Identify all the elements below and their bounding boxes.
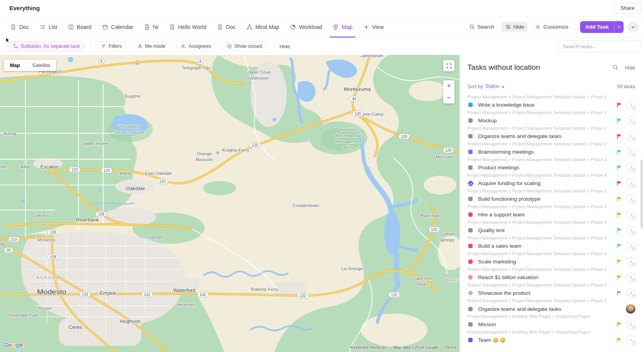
task-title[interactable]: Quality test <box>478 227 505 233</box>
share-button[interactable]: Share <box>614 3 641 14</box>
task-row-product-meetings[interactable]: Project Management > Project Management … <box>468 156 635 171</box>
customize-button[interactable]: Customize <box>531 22 572 32</box>
tab-add-view[interactable]: View <box>363 16 384 37</box>
map-type-map-button[interactable]: Map <box>4 60 26 71</box>
map-canvas[interactable]: JamestownTelegraph CityCopper Cove Subdi… <box>0 55 460 352</box>
add-assignee-button[interactable]: + <box>626 194 635 203</box>
task-title[interactable]: Acquire funding for scaling <box>478 180 540 186</box>
task-row-quality-test[interactable]: Project Management > Project Management … <box>468 218 635 234</box>
task-title[interactable]: Organize teams and delegate tasks <box>478 133 561 139</box>
priority-flag-icon[interactable] <box>617 212 622 218</box>
add-task-button[interactable]: Add Task <box>580 21 624 33</box>
show-closed-pill[interactable]: Show closed <box>222 41 267 51</box>
priority-flag-icon[interactable] <box>617 149 622 155</box>
search-tasks-input[interactable] <box>558 40 641 52</box>
add-assignee-button[interactable]: + <box>626 273 635 282</box>
task-row-brainstorming-meetings[interactable]: Project Management > Project Management … <box>468 140 635 156</box>
priority-flag-icon[interactable] <box>617 196 622 202</box>
panel-search-icon[interactable] <box>612 64 619 71</box>
priority-flag-icon[interactable] <box>617 228 622 233</box>
tab-map[interactable]: Map <box>333 16 352 37</box>
status-icon[interactable] <box>468 118 473 123</box>
tab-list[interactable]: List <box>40 16 57 37</box>
add-assignee-button[interactable]: + <box>626 241 635 250</box>
task-row-mockup[interactable]: Project Management > Project Management … <box>468 109 635 124</box>
task-row-organize-teams-and-delegate-tasks[interactable]: Project Management > Project Management … <box>468 297 635 312</box>
priority-flag-icon[interactable] <box>617 118 622 123</box>
add-assignee-button[interactable]: + <box>626 336 635 345</box>
task-row-hire-a-support-team[interactable]: Project Management > Project Management … <box>468 203 635 218</box>
task-title[interactable]: Build functioning prototype <box>478 196 540 202</box>
filters-pill[interactable]: Filters <box>96 41 127 51</box>
add-assignee-button[interactable]: + <box>626 132 635 141</box>
add-assignee-button[interactable]: + <box>626 163 635 172</box>
tab-doc[interactable]: Doc <box>10 16 29 37</box>
hide-filters-button[interactable]: Hide <box>279 44 290 49</box>
assignees-pill[interactable]: Assignees <box>176 41 216 51</box>
status-done-icon[interactable] <box>467 180 474 187</box>
task-title[interactable]: Mission <box>478 321 496 327</box>
task-row-scale-marketing[interactable]: Project Management > Project Management … <box>468 250 635 265</box>
status-icon[interactable] <box>468 244 473 248</box>
status-icon[interactable] <box>468 338 473 342</box>
task-title[interactable]: Hire a support team <box>478 212 525 218</box>
sort-ascending-icon[interactable] <box>501 85 505 88</box>
fullscreen-button[interactable] <box>443 60 455 71</box>
task-row-team[interactable]: Project Management > Building Web Pages … <box>468 328 635 344</box>
priority-flag-icon[interactable] <box>617 181 622 186</box>
keyboard-shortcuts-link[interactable]: Keyboard shortcuts <box>351 345 386 350</box>
task-title[interactable]: Organize teams and delegate tasks <box>478 306 561 312</box>
status-icon[interactable] <box>468 197 473 201</box>
status-icon[interactable] <box>468 259 473 264</box>
priority-flag-icon[interactable] <box>617 337 622 343</box>
milestone-icon[interactable] <box>468 275 473 280</box>
me-mode-pill[interactable]: Me mode <box>132 41 171 51</box>
search-button[interactable]: Search <box>466 22 498 32</box>
task-row-build-a-sales-team[interactable]: Project Management > Project Management … <box>468 234 635 250</box>
tab-calendar[interactable]: Calendar <box>102 16 133 37</box>
add-assignee-button[interactable]: + <box>626 288 635 298</box>
task-title[interactable]: Reach $1 billion valuation <box>478 274 538 280</box>
priority-flag-icon[interactable] <box>617 102 622 108</box>
add-assignee-button[interactable]: + <box>626 257 635 266</box>
task-row-mission[interactable]: Project Management > Building Web Pages … <box>468 312 635 328</box>
task-title[interactable]: Brainstorming meetings <box>478 149 534 155</box>
tab-board[interactable]: Board <box>68 16 91 37</box>
task-title[interactable]: Scale marketing <box>478 259 516 265</box>
priority-flag-icon[interactable] <box>617 165 622 171</box>
status-icon[interactable] <box>468 150 473 154</box>
zoom-out-button[interactable]: − <box>443 92 455 103</box>
sort-by-status[interactable]: Status <box>486 83 499 89</box>
collapse-toolbar-button[interactable] <box>628 22 639 33</box>
task-row-organize-teams-and-delegate-tasks[interactable]: Project Management > Project Management … <box>468 124 635 140</box>
priority-flag-icon[interactable] <box>617 275 622 280</box>
subtasks-pill[interactable]: Subtasks: As separate task <box>8 41 85 51</box>
add-assignee-button[interactable]: + <box>626 320 635 329</box>
tab-mind-map[interactable]: Mind Map <box>246 16 279 37</box>
status-icon[interactable] <box>468 307 473 311</box>
status-icon[interactable] <box>468 103 473 107</box>
assignee-avatar[interactable] <box>626 304 635 314</box>
add-assignee-button[interactable]: + <box>626 226 635 235</box>
task-row-showcase-the-product[interactable]: Project Management > Project Management … <box>468 281 635 297</box>
task-row-build-functioning-prototype[interactable]: Project Management > Project Management … <box>468 187 635 203</box>
hide-fields-button[interactable]: Hide <box>502 22 528 32</box>
tab-doc[interactable]: Doc <box>217 16 236 37</box>
status-icon[interactable] <box>468 134 473 138</box>
add-assignee-button[interactable]: + <box>626 116 635 125</box>
task-row-acquire-funding-for-scaling[interactable]: Project Management > Project Management … <box>468 171 635 187</box>
task-title[interactable]: Write a knowledge base <box>478 102 535 108</box>
task-title[interactable]: Showcase the product <box>478 290 531 296</box>
task-title[interactable]: Team <box>478 337 505 343</box>
tab-workload[interactable]: Workload <box>290 16 322 37</box>
add-task-dropdown[interactable] <box>614 21 624 33</box>
priority-flag-icon[interactable] <box>617 322 622 327</box>
add-assignee-button[interactable]: + <box>626 100 635 109</box>
status-icon[interactable] <box>468 228 473 232</box>
add-assignee-button[interactable]: + <box>626 147 635 156</box>
priority-flag-icon[interactable] <box>617 290 622 296</box>
priority-flag-icon[interactable] <box>617 243 622 249</box>
panel-scrollbar[interactable] <box>640 160 643 229</box>
status-icon[interactable] <box>468 322 473 327</box>
zoom-in-button[interactable]: + <box>443 80 455 92</box>
